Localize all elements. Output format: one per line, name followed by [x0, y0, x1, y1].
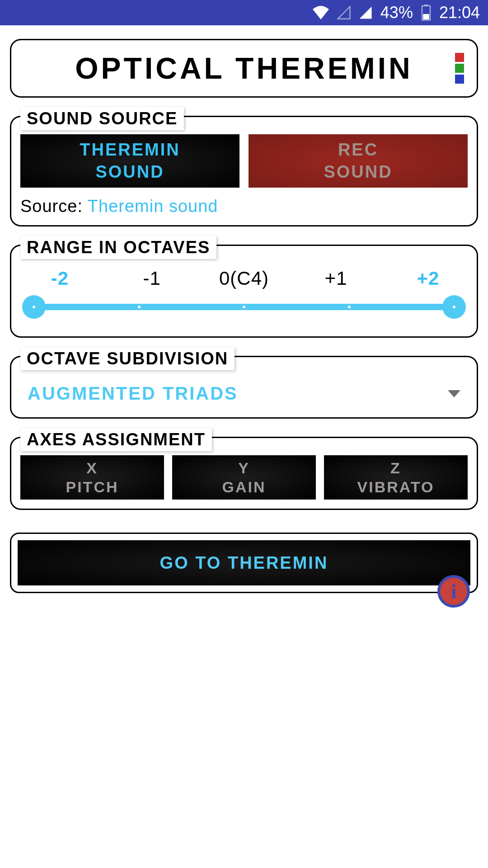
- theremin-sound-button[interactable]: THEREMIN SOUND: [20, 134, 239, 188]
- go-to-theremin-button[interactable]: GO TO THEREMIN: [18, 540, 470, 585]
- wifi-icon: [313, 6, 329, 19]
- rgb-indicator-icon: [455, 53, 464, 84]
- range-thumb-max[interactable]: [442, 295, 466, 319]
- axis-z-button[interactable]: Z VIBRATO: [324, 455, 468, 500]
- battery-icon: [421, 5, 431, 21]
- axes-section: AXES ASSIGNMENT X PITCH Y GAIN Z VIBRATO: [10, 437, 478, 510]
- range-thumb-min[interactable]: [22, 295, 46, 319]
- status-bar: 43% 21:04: [0, 0, 488, 25]
- section-legend: OCTAVE SUBDIVISION: [20, 347, 235, 370]
- signal-icon: [359, 6, 372, 19]
- sound-source-section: SOUND SOURCE THEREMIN SOUND REC SOUND So…: [10, 116, 478, 226]
- range-section: RANGE IN OCTAVES -2 -1 0(C4) +1 +2: [10, 245, 478, 338]
- subdivision-dropdown[interactable]: AUGMENTED TRIADS: [20, 374, 468, 408]
- svg-rect-2: [423, 14, 429, 19]
- rec-sound-button[interactable]: REC SOUND: [249, 134, 468, 188]
- octave-label: +1: [305, 268, 366, 289]
- section-legend: AXES ASSIGNMENT: [20, 428, 212, 451]
- source-readout: Source: Theremin sound: [20, 197, 468, 216]
- battery-pct: 43%: [380, 3, 413, 22]
- dropdown-value: AUGMENTED TRIADS: [28, 383, 238, 404]
- octave-label: 0(C4): [214, 268, 275, 289]
- section-legend: RANGE IN OCTAVES: [20, 236, 216, 259]
- app-title: OPTICAL THEREMIN: [75, 51, 413, 85]
- octave-label: +2: [398, 268, 459, 289]
- section-legend: SOUND SOURCE: [20, 107, 184, 130]
- octave-labels: -2 -1 0(C4) +1 +2: [20, 263, 468, 296]
- chevron-down-icon: [448, 390, 460, 397]
- subdivision-section: OCTAVE SUBDIVISION AUGMENTED TRIADS: [10, 356, 478, 419]
- go-card: GO TO THEREMIN: [10, 533, 478, 593]
- axis-y-button[interactable]: Y GAIN: [172, 455, 316, 500]
- octave-range-slider[interactable]: [34, 296, 454, 318]
- octave-label: -1: [122, 268, 183, 289]
- clock: 21:04: [439, 3, 480, 22]
- app-title-card: OPTICAL THEREMIN: [10, 39, 478, 98]
- octave-label: -2: [29, 268, 90, 289]
- info-icon: i: [451, 580, 456, 603]
- signal-empty-icon: [337, 6, 351, 19]
- info-button[interactable]: i: [437, 575, 470, 608]
- axis-x-button[interactable]: X PITCH: [20, 455, 164, 500]
